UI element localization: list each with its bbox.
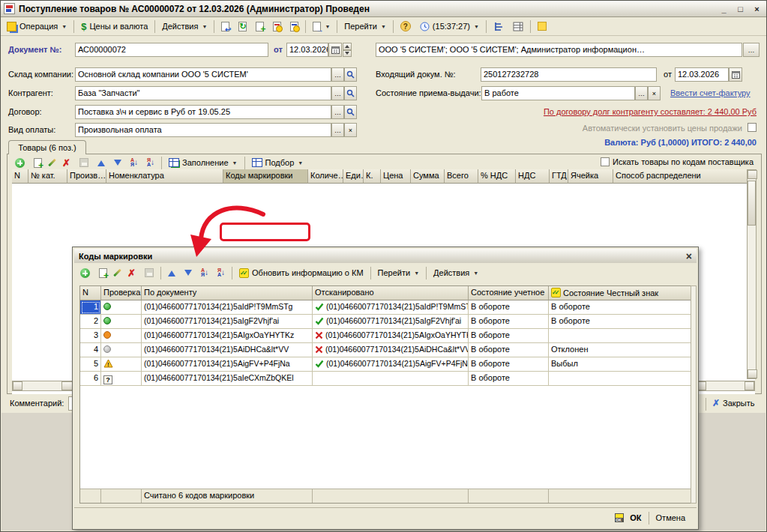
table-row[interactable]: 6?(01)04660077170134(21)5aIeCXmZbQKElВ о… — [80, 372, 691, 386]
contract-select-button[interactable]: … — [331, 105, 344, 119]
refresh-km-button[interactable]: Обновить информацию о КМ — [235, 266, 367, 280]
dialog-row-number[interactable]: 6 — [80, 372, 101, 386]
goods-column-header[interactable]: Всего — [445, 169, 478, 184]
scanned-code-cell[interactable]: (01)04660077170134(21)5aIdP!T9MmSTg — [313, 300, 469, 315]
maximize-button[interactable]: □ — [734, 3, 747, 14]
scroll-down-button[interactable] — [748, 369, 757, 378]
warehouse-select-button[interactable]: … — [331, 67, 344, 82]
check-status-cell[interactable] — [101, 343, 142, 357]
organization-select-button[interactable]: … — [743, 43, 760, 57]
check-status-cell[interactable] — [101, 300, 142, 315]
crpt-state-cell[interactable]: В обороте — [549, 300, 692, 315]
search-by-supplier-codes[interactable]: Искать товары по кодам поставщика — [601, 157, 754, 166]
delete-row-button[interactable]: ✗ — [58, 157, 74, 169]
goods-column-header[interactable]: Способ распределени — [613, 169, 753, 184]
dialog-column-header[interactable]: Отсканировано — [313, 286, 469, 300]
crpt-state-cell[interactable]: Выбыл — [549, 357, 692, 372]
dialog-column-header[interactable]: По документу — [142, 286, 313, 300]
close-form-button[interactable]: ✗Закрыть — [707, 396, 760, 410]
pick-button[interactable]: Подбор▼ — [248, 156, 307, 169]
table-cell[interactable] — [80, 489, 101, 503]
goods-column-header[interactable]: Цена — [381, 169, 411, 184]
dlg-sort-asc-button[interactable]: АЯ↓ — [197, 266, 212, 279]
accounting-state-cell[interactable]: В обороте — [469, 329, 549, 343]
table-row[interactable]: 2(01)04660077170134(21)5aIgF2Vhjf'ai(01)… — [80, 315, 691, 329]
dialog-ok-button[interactable]: ОК — [610, 512, 646, 524]
postings-cr-button[interactable] — [286, 19, 302, 34]
notes-button[interactable] — [534, 19, 550, 33]
incoming-date-input[interactable]: 12.03.2026 — [675, 67, 729, 82]
scroll-left-button[interactable] — [13, 381, 22, 390]
move-down-button[interactable] — [110, 157, 125, 169]
goods-column-header[interactable]: % НДС — [478, 169, 516, 184]
copy-doc-button[interactable] — [252, 19, 268, 34]
move-up-button[interactable] — [94, 157, 109, 169]
goods-column-header[interactable]: Сумма — [411, 169, 445, 184]
dlg-move-up-button[interactable] — [164, 267, 179, 279]
contractor-input[interactable]: База "Запчасти" — [75, 86, 331, 100]
prices-currency-button[interactable]: $Цены и валюта — [77, 19, 151, 34]
dialog-cancel-button[interactable]: Отмена — [651, 512, 691, 524]
enter-invoice-link[interactable]: Ввести счет-фактуру — [670, 88, 751, 97]
list-settings-button[interactable] — [509, 19, 527, 34]
time-button[interactable]: (15:37:27)▼ — [416, 19, 483, 34]
scanned-code-cell[interactable]: (01)04660077170134(21)5AIgxOaYHYTKz — [313, 329, 469, 343]
fill-button[interactable]: Заполнение▼ — [165, 156, 241, 169]
payment-select-button[interactable]: … — [331, 123, 344, 137]
supplier-codes-checkbox[interactable] — [601, 157, 610, 166]
dlg-save-button[interactable] — [141, 266, 157, 279]
scanned-code-cell[interactable] — [313, 372, 469, 386]
state-select-button[interactable]: … — [635, 86, 648, 100]
accounting-state-cell[interactable]: В обороте — [469, 315, 549, 329]
dlg-goto-button[interactable]: Перейти▼ — [374, 266, 424, 279]
table-cell[interactable] — [469, 489, 549, 503]
contractor-select-button[interactable]: … — [331, 86, 344, 100]
incoming-number-input[interactable]: 250127232728 — [481, 67, 657, 82]
tab-goods[interactable]: Товары (6 поз.) — [8, 140, 86, 154]
dlg-copy-button[interactable] — [95, 266, 111, 280]
check-status-cell[interactable]: ? — [101, 372, 142, 386]
scroll-right-button[interactable] — [745, 381, 754, 390]
scanned-code-cell[interactable]: (01)04660077170134(21)5aIgF2Vhjf'ai — [313, 315, 469, 329]
dialog-row-number[interactable]: 4 — [80, 343, 101, 357]
post-document-button[interactable] — [217, 19, 233, 34]
acceptance-state-input[interactable]: В работе — [481, 86, 635, 100]
dialog-scrollbar[interactable] — [691, 285, 697, 504]
goods-column-header[interactable]: Количе… — [308, 169, 343, 184]
accounting-state-cell[interactable]: В обороте — [469, 357, 549, 372]
table-row[interactable]: 4(01)04660077170134(21)5AiDHCa&lt*VV(01)… — [80, 343, 691, 357]
table-row[interactable]: Считано 6 кодов маркировки — [80, 489, 691, 503]
reread-button[interactable] — [235, 19, 250, 34]
table-cell[interactable] — [101, 489, 142, 503]
code-by-document-cell[interactable]: (01)04660077170134(21)5AigFV+P4FjNa — [142, 357, 313, 372]
add-row-button[interactable] — [11, 156, 28, 170]
crpt-state-cell[interactable]: В обороте — [549, 315, 692, 329]
contract-input[interactable]: Поставка з\ч и сервис в Руб от 19.05.25 — [75, 105, 331, 119]
table-cell[interactable] — [313, 489, 469, 503]
create-based-on-button[interactable]: ▼ — [309, 19, 334, 34]
doc-number-input[interactable]: АС00000072 — [75, 43, 268, 57]
goods-column-header[interactable]: Произв… — [67, 169, 106, 184]
dlg-edit-button[interactable] — [112, 266, 122, 279]
incoming-calendar-button[interactable] — [729, 67, 742, 82]
dialog-footer-note[interactable]: Считано 6 кодов маркировки — [142, 489, 313, 503]
warehouse-open-button[interactable] — [344, 67, 357, 82]
edit-row-button[interactable] — [47, 156, 57, 169]
scanned-code-cell[interactable]: (01)04660077170134(21)5AigFV+P4FjNa — [313, 357, 469, 372]
goto-button[interactable]: Перейти▼ — [340, 19, 390, 33]
check-status-cell[interactable] — [101, 315, 142, 329]
contract-open-button[interactable] — [344, 105, 357, 119]
doc-date-input[interactable]: 12.03.2026 — [286, 43, 328, 57]
dlg-add-button[interactable] — [76, 266, 94, 280]
dialog-row-number[interactable]: 2 — [80, 315, 101, 329]
calendar-button[interactable] — [328, 43, 342, 57]
goods-column-header[interactable]: Еди… — [343, 169, 364, 184]
goods-column-header[interactable]: ГТД — [550, 169, 568, 184]
warehouse-input[interactable]: Основной склад компании ООО '5 СИСТЕМ' — [75, 67, 331, 82]
table-cell[interactable] — [549, 489, 692, 503]
operation-button[interactable]: Операция▼ — [3, 19, 70, 34]
table-row[interactable]: 3(01)04660077170134(21)5AIgxOaYHYTKz(01)… — [80, 329, 691, 343]
goods-column-header[interactable]: Ячейка — [568, 169, 613, 184]
contract-debt-link[interactable]: По договору долг контрагенту составляет:… — [544, 107, 757, 116]
crpt-state-cell[interactable]: Отклонен — [549, 343, 692, 357]
